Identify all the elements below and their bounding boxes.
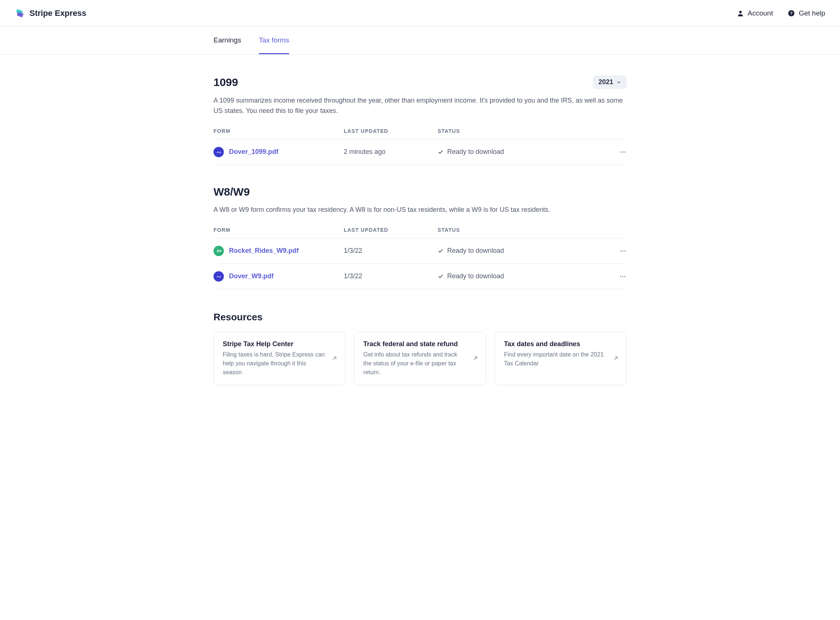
col-status: STATUS [438,227,604,233]
header-right: Account ? Get help [737,9,825,17]
check-icon [438,248,444,254]
svg-line-16 [333,357,336,360]
svg-point-9 [220,250,221,251]
resource-card-tax-dates[interactable]: Tax dates and deadlines Find every impor… [495,332,627,385]
chevron-down-icon [616,80,621,85]
col-form: FORM [213,128,344,134]
card-desc: Filing taxes is hard, Stripe Express can… [223,350,336,377]
row-more-button[interactable] [604,148,627,156]
svg-point-15 [624,276,626,277]
company-avatar-icon [213,246,224,256]
svg-point-10 [620,250,621,251]
brand: Stripe Express [15,8,86,18]
col-status: STATUS [438,128,604,134]
card-title: Tax dates and deadlines [504,340,617,348]
status-value: Ready to download [438,148,604,156]
header: Stripe Express Account ? Get help [0,0,840,27]
arrow-up-right-icon [472,355,478,361]
row-more-button[interactable] [604,273,627,280]
status-value: Ready to download [438,272,604,280]
account-link[interactable]: Account [737,9,773,17]
year-selector-value: 2021 [598,78,613,86]
section-1099: 1099 2021 A 1099 summarizes income recei… [213,75,627,165]
table-1099: FORM LAST UPDATED STATUS Dover_1099.pdf … [213,128,627,165]
user-icon [737,10,744,17]
status-text: Ready to download [447,148,504,156]
resources-title: Resources [213,312,627,323]
row-more-button[interactable] [604,247,627,254]
resource-card-help-center[interactable]: Stripe Tax Help Center Filing taxes is h… [213,332,345,385]
svg-text:?: ? [790,11,793,15]
table-row: Rocket_Rides_W9.pdf 1/3/22 Ready to down… [213,238,627,264]
section-w8w9-title: W8/W9 [213,186,627,198]
svg-point-3 [620,151,621,152]
tab-earnings[interactable]: Earnings [213,27,241,54]
last-updated-value: 1/3/22 [344,272,437,280]
table-row: Dover_W9.pdf 1/3/22 Ready to download [213,264,627,289]
col-form: FORM [213,227,344,233]
section-1099-description: A 1099 summarizes income received throug… [213,96,627,116]
card-title: Stripe Tax Help Center [223,340,336,348]
tabs-bar: Earnings Tax forms [0,27,840,55]
arrow-up-right-icon [613,355,619,361]
table-w8w9: FORM LAST UPDATED STATUS Rocket_Rides_W9… [213,227,627,289]
form-file-link[interactable]: Dover_W9.pdf [229,272,274,280]
form-file-link[interactable]: Dover_1099.pdf [229,148,278,156]
svg-point-14 [622,276,623,277]
last-updated-value: 2 minutes ago [344,148,437,156]
brand-name: Stripe Express [30,9,86,18]
company-avatar-icon [213,271,224,281]
status-text: Ready to download [447,272,504,280]
more-horizontal-icon [619,247,627,254]
col-last-updated: LAST UPDATED [344,128,437,134]
section-w8w9-description: A W8 or W9 form confirms your tax reside… [213,205,627,215]
status-value: Ready to download [438,247,604,254]
check-icon [438,274,444,279]
table-row: Dover_1099.pdf 2 minutes ago Ready to do… [213,140,627,165]
svg-point-12 [624,250,626,251]
more-horizontal-icon [619,148,627,156]
section-1099-title: 1099 [213,76,238,89]
help-link[interactable]: ? Get help [788,9,825,17]
svg-point-0 [739,11,741,13]
card-desc: Find every important date on the 2021 Ta… [504,350,617,368]
last-updated-value: 1/3/22 [344,247,437,254]
help-label: Get help [799,9,825,17]
card-title: Track federal and state refund [363,340,476,348]
resource-cards: Stripe Tax Help Center Filing taxes is h… [213,332,627,385]
tab-tax-forms[interactable]: Tax forms [259,27,289,54]
more-horizontal-icon [619,273,627,280]
help-icon: ? [788,10,795,17]
svg-line-18 [614,357,617,360]
year-selector[interactable]: 2021 [593,75,627,89]
svg-line-17 [474,357,477,360]
svg-point-4 [622,151,623,152]
card-desc: Get info about tax refunds and track the… [363,350,476,377]
arrow-up-right-icon [332,355,338,361]
status-text: Ready to download [447,247,504,254]
stripe-express-logo-icon [15,8,25,18]
company-avatar-icon [213,147,224,157]
section-w8w9: W8/W9 A W8 or W9 form confirms your tax … [213,186,627,289]
account-label: Account [748,9,773,17]
check-icon [438,149,444,155]
resource-card-track-refund[interactable]: Track federal and state refund Get info … [354,332,486,385]
svg-point-13 [620,276,621,277]
svg-point-11 [622,250,623,251]
col-last-updated: LAST UPDATED [344,227,437,233]
svg-point-5 [624,151,626,152]
table-1099-header: FORM LAST UPDATED STATUS [213,128,627,140]
form-file-link[interactable]: Rocket_Rides_W9.pdf [229,247,298,254]
table-w8w9-header: FORM LAST UPDATED STATUS [213,227,627,238]
